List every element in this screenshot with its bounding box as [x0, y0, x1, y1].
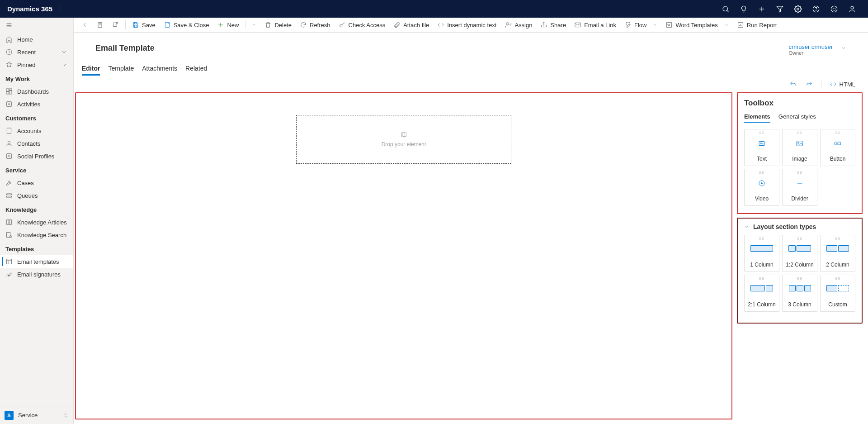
chevron-down-icon[interactable]	[841, 45, 846, 51]
label: Word Templates	[675, 22, 717, 29]
tab-template[interactable]: Template	[108, 62, 134, 76]
label: Refresh	[310, 22, 330, 29]
share-button[interactable]: Share	[537, 19, 570, 31]
toolbox-tab-styles[interactable]: General styles	[778, 113, 816, 123]
nav-socialprofiles[interactable]: Social Profiles	[0, 150, 73, 162]
new-button[interactable]: New	[213, 19, 242, 31]
updown-icon	[62, 412, 69, 419]
assign-icon	[505, 21, 512, 29]
delete-button[interactable]: Delete	[261, 19, 295, 31]
label: Video	[755, 195, 769, 202]
insertdynamic-button[interactable]: Insert dynamic text	[434, 19, 500, 31]
form-selector-button[interactable]	[93, 19, 107, 31]
new-dropdown[interactable]	[248, 19, 260, 31]
flow-icon	[624, 21, 632, 29]
nav-emailtemplates[interactable]: Email templates	[0, 255, 73, 268]
svg-rect-18	[9, 91, 12, 94]
nav-home[interactable]: Home	[0, 33, 73, 46]
html-button[interactable]: HTML	[827, 79, 858, 90]
nav-label: Pinned	[17, 62, 35, 68]
key-icon	[339, 21, 346, 29]
help-icon[interactable]	[807, 0, 825, 18]
label: Text	[757, 156, 767, 162]
element-video[interactable]: ⠿⠿ Video	[744, 169, 779, 206]
element-divider[interactable]: ⠿⠿ Divider	[782, 169, 817, 206]
nav-label: Knowledge Search	[17, 232, 66, 238]
toolbox-tab-elements[interactable]: Elements	[744, 113, 770, 123]
plus-icon[interactable]	[753, 0, 770, 18]
hamburger-button[interactable]	[0, 18, 73, 33]
svg-point-10	[835, 8, 835, 9]
runreport-button[interactable]: Run Report	[733, 19, 780, 31]
dropzone[interactable]: Drop your element	[296, 115, 511, 164]
filter-icon[interactable]	[771, 0, 788, 18]
chevron-down-icon	[724, 23, 729, 27]
owner-block: crmuser crmuser Owner	[788, 43, 846, 56]
attachfile-button[interactable]: Attach file	[390, 19, 433, 31]
nav-activities[interactable]: Activities	[0, 98, 73, 110]
redo-button[interactable]	[803, 79, 816, 90]
undo-button[interactable]	[787, 79, 799, 90]
button-icon	[833, 139, 843, 148]
nav-knowledgearticles[interactable]: Knowledge Articles	[0, 216, 73, 229]
label: 2:1 Column	[748, 301, 775, 308]
page-title: Email Template	[95, 43, 155, 56]
assign-button[interactable]: Assign	[501, 19, 536, 31]
saveclose-button[interactable]: Save & Close	[160, 19, 213, 31]
nav-emailsignatures[interactable]: Email signatures	[0, 268, 73, 281]
owner-link[interactable]: crmuser crmuser	[788, 43, 833, 50]
element-image[interactable]: ⠿⠿ Image	[782, 129, 817, 166]
layout-2col[interactable]: ⠿⠿ 2 Column	[820, 235, 855, 272]
gear-icon[interactable]	[789, 0, 807, 18]
nav-recent[interactable]: Recent	[0, 46, 73, 58]
right-column: Toolbox Elements General styles ⠿⠿ Abc T…	[737, 92, 863, 419]
layout-custom[interactable]: ⠿⠿ Custom	[820, 275, 855, 312]
layout-12col[interactable]: ⠿⠿ 1:2 Column	[782, 235, 817, 272]
tab-editor[interactable]: Editor	[82, 62, 100, 76]
preview-icon	[750, 285, 773, 291]
svg-rect-42	[113, 23, 117, 26]
nav-dashboards[interactable]: Dashboards	[0, 85, 73, 98]
nav-contacts[interactable]: Contacts	[0, 137, 73, 150]
nav-label: Dashboards	[17, 88, 49, 95]
sidebar-area-switcher[interactable]: S Service	[0, 406, 73, 424]
user-icon[interactable]	[844, 0, 861, 18]
element-text[interactable]: ⠿⠿ Abc Text	[744, 129, 779, 166]
checkaccess-button[interactable]: Check Access	[335, 19, 389, 31]
layout-3col[interactable]: ⠿⠿ 3 Column	[782, 275, 817, 312]
toolbox-tabs: Elements General styles	[744, 113, 855, 123]
preview-icon	[750, 245, 773, 252]
layout-21col[interactable]: ⠿⠿ 2:1 Column	[744, 275, 779, 312]
nav-label: Recent	[17, 49, 36, 56]
tab-attachments[interactable]: Attachments	[142, 62, 177, 76]
svg-rect-36	[7, 259, 12, 264]
back-button[interactable]	[77, 19, 92, 31]
refresh-button[interactable]: Refresh	[296, 19, 334, 31]
nav-knowledgesearch[interactable]: Knowledge Search	[0, 229, 73, 241]
label: HTML	[840, 81, 855, 88]
main-layout: Home Recent Pinned My Work Dashboards Ac…	[0, 18, 868, 424]
save-button[interactable]: Save	[128, 19, 159, 31]
svg-rect-16	[6, 89, 9, 91]
lightbulb-icon[interactable]	[735, 0, 752, 18]
popout-button[interactable]	[108, 19, 123, 31]
label: Delete	[274, 22, 292, 29]
wordtemplates-button[interactable]: Word Templates	[662, 19, 732, 31]
svg-rect-31	[7, 194, 12, 195]
emoji-icon[interactable]	[826, 0, 843, 18]
flow-button[interactable]: Flow	[621, 19, 661, 31]
element-button[interactable]: ⠿⠿ Button	[820, 129, 855, 166]
emaillink-button[interactable]: Email a Link	[571, 19, 620, 31]
nav-cases[interactable]: Cases	[0, 176, 73, 189]
canvas[interactable]: Drop your element	[75, 92, 732, 419]
svg-point-34	[9, 235, 11, 237]
search-icon[interactable]	[717, 0, 734, 18]
tab-related[interactable]: Related	[185, 62, 207, 76]
nav-accounts[interactable]: Accounts	[0, 124, 73, 137]
nav-pinned[interactable]: Pinned	[0, 58, 73, 71]
nav-queues[interactable]: Queues	[0, 189, 73, 202]
layout-header[interactable]: Layout section types	[744, 223, 855, 230]
label: 2 Column	[826, 262, 849, 268]
layout-1col[interactable]: ⠿⠿ 1 Column	[744, 235, 779, 272]
drag-handle-icon: ⠿⠿	[797, 278, 803, 281]
